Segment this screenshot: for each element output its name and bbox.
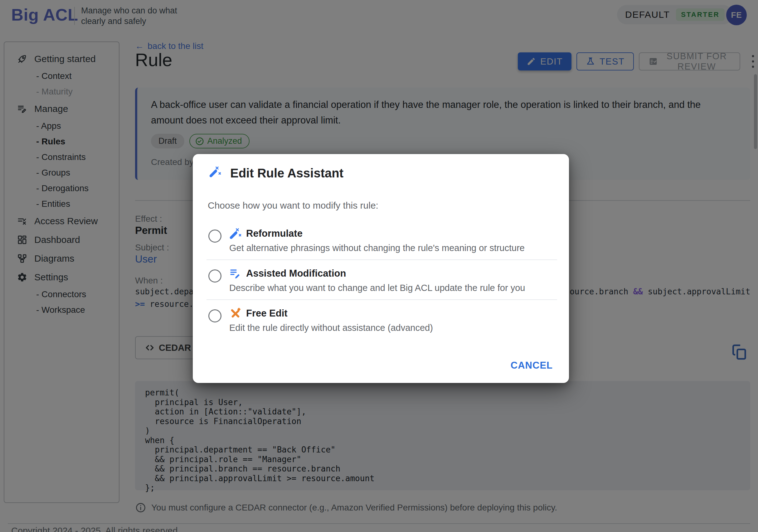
modal-options: ReformulateGet alternative phrasings wit… [193, 220, 569, 339]
magic-wand-icon [209, 166, 224, 180]
option-assisted-modification[interactable]: Assisted ModificationDescribe what you w… [193, 260, 569, 299]
option-content: Free EditEdit the rule directly without … [229, 308, 433, 334]
option-title: Reformulate [246, 228, 303, 239]
magic-wand-icon [229, 228, 241, 240]
option-description: Edit the rule directly without assistanc… [229, 322, 433, 334]
option-content: ReformulateGet alternative phrasings wit… [229, 228, 525, 254]
option-reformulate[interactable]: ReformulateGet alternative phrasings wit… [193, 220, 569, 259]
modal-subtitle: Choose how you want to modify this rule: [208, 200, 378, 211]
crossed-tools-icon [229, 308, 241, 319]
option-title: Free Edit [246, 308, 288, 319]
playlist-edit-blue-icon [229, 268, 241, 280]
option-free-edit[interactable]: Free EditEdit the rule directly without … [193, 300, 569, 339]
option-title: Assisted Modification [246, 268, 346, 279]
option-description: Get alternative phrasings without changi… [229, 242, 525, 254]
radio-reformulate[interactable] [208, 229, 222, 243]
edit-rule-assistant-modal: Edit Rule Assistant Choose how you want … [193, 154, 569, 383]
radio-free-edit[interactable] [208, 309, 222, 322]
modal-title: Edit Rule Assistant [230, 166, 343, 180]
option-description: Describe what you want to change and let… [229, 282, 525, 294]
cancel-button[interactable]: CANCEL [506, 356, 558, 375]
radio-assisted-modification[interactable] [208, 269, 222, 283]
option-content: Assisted ModificationDescribe what you w… [229, 268, 525, 294]
